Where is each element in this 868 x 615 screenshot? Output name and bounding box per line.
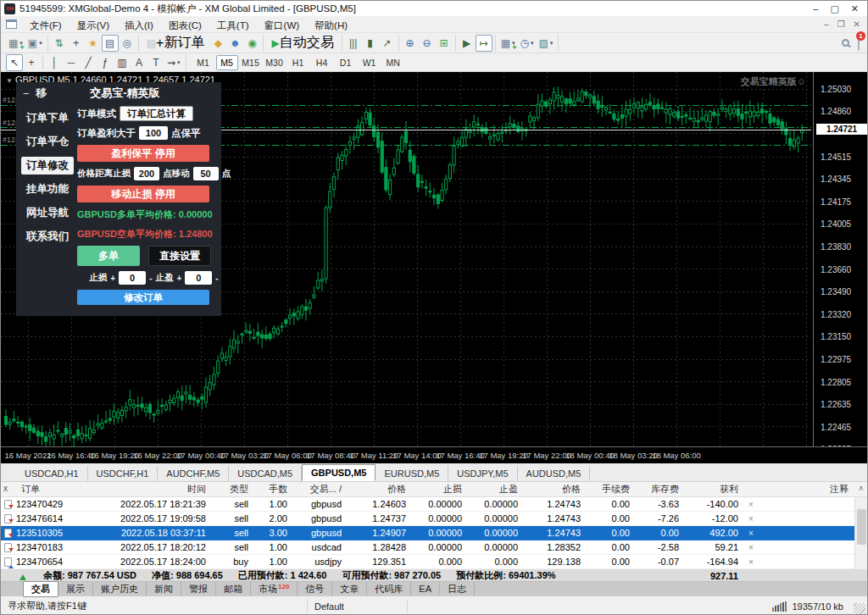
panel-menu-订单平仓[interactable]: 订单平仓: [21, 133, 74, 151]
panel-menu-网址导航[interactable]: 网址导航: [21, 204, 74, 222]
timeframe-h1[interactable]: H1: [287, 55, 309, 70]
chart-area[interactable]: ▼GBPUSD,M5 1.24660 1.24721 1.24657 1.247…: [1, 72, 868, 463]
chart-tab-audusd-m5[interactable]: AUDUSD,M5: [518, 466, 591, 481]
chart-window-icon[interactable]: [6, 19, 17, 29]
direct-settings-button[interactable]: 直接设置: [148, 246, 211, 266]
templates-button[interactable]: ▨▾: [537, 35, 556, 52]
terminal-tab-展示[interactable]: 展示: [58, 582, 93, 596]
order-row[interactable]: 1235103052022.05.18 03:37:11sell3.00gbpu…: [1, 526, 867, 540]
time-axis[interactable]: 16 May 202216 May 16:4016 May 19:2016 Ma…: [1, 446, 868, 463]
close-button[interactable]: ✕: [851, 3, 859, 14]
close-order-icon[interactable]: ×: [743, 514, 759, 524]
market-watch-button[interactable]: ⇅: [51, 35, 68, 52]
data-window-button[interactable]: +: [68, 35, 85, 52]
notifications-button[interactable]: 1: [858, 36, 860, 51]
long-orders-button[interactable]: 多单: [77, 246, 140, 266]
chart-tab-audchf-m5[interactable]: AUDCHF,M5: [158, 466, 229, 481]
minimize-button[interactable]: –: [813, 3, 818, 14]
terminal-tab-新闻[interactable]: 新闻: [147, 582, 181, 596]
chart-tab-usdjpy-m5[interactable]: USDJPY,M5: [448, 466, 517, 481]
sl-minus[interactable]: -: [149, 274, 152, 283]
auto-scroll-button[interactable]: ▶: [459, 35, 476, 52]
profile-selector[interactable]: Default: [308, 600, 408, 613]
panel-minimize-button[interactable]: −: [23, 87, 30, 100]
child-close-button[interactable]: ✕: [854, 19, 860, 29]
chart-tab-eurusd-m5[interactable]: EURUSD,M5: [376, 466, 448, 481]
menu-insert[interactable]: 插入(I): [117, 19, 161, 32]
timeframe-m15[interactable]: M15: [240, 55, 262, 70]
panel-move-handle[interactable]: 移: [36, 86, 47, 101]
chart-candles-button[interactable]: ▮: [362, 35, 379, 52]
timeframe-mn[interactable]: MN: [382, 55, 404, 70]
close-order-icon[interactable]: ×: [743, 500, 759, 509]
chart-tab-usdchf-h1[interactable]: USDCHF,H1: [88, 466, 159, 481]
community-button[interactable]: ◉: [243, 35, 260, 52]
terminal-tab-日志[interactable]: 日志: [440, 582, 475, 596]
tp-minus[interactable]: -: [215, 274, 218, 283]
crosshair-tool[interactable]: +: [23, 54, 40, 71]
zoom-out-button[interactable]: ⊖: [419, 35, 436, 52]
profiles-button[interactable]: ▣▾: [25, 35, 45, 52]
fibonacci-tool[interactable]: ƒ: [97, 54, 114, 71]
menu-charts[interactable]: 图表(C): [161, 19, 209, 32]
terminal-tab-邮箱[interactable]: 邮箱: [216, 582, 251, 596]
profit-greater-input[interactable]: [139, 126, 168, 140]
close-order-icon[interactable]: ×: [743, 529, 759, 538]
metaeditor-button[interactable]: ◆: [209, 35, 226, 52]
label-tool[interactable]: T: [147, 54, 164, 71]
sl-input[interactable]: [119, 271, 146, 285]
timeframe-d1[interactable]: D1: [335, 55, 357, 70]
trail-step-input[interactable]: [193, 167, 219, 180]
timeframe-m30[interactable]: M30: [264, 55, 286, 70]
tile-windows-button[interactable]: ⊞: [436, 35, 453, 52]
terminal-tab-信号[interactable]: 信号: [298, 582, 332, 596]
trail-distance-input[interactable]: [134, 167, 159, 180]
terminal-tab-警报[interactable]: 警报: [181, 582, 216, 596]
timeframe-w1[interactable]: W1: [359, 55, 381, 70]
new-order-button[interactable]: ▤+新订单: [142, 35, 210, 52]
menu-view[interactable]: 显示(V): [70, 19, 117, 32]
timeframe-h4[interactable]: H4: [311, 55, 333, 70]
panel-menu-订单修改[interactable]: 订单修改: [21, 157, 74, 175]
order-row[interactable]: 1234701832022.05.17 18:20:12sell1.00usdc…: [1, 540, 867, 555]
terminal-button[interactable]: ▤: [102, 35, 119, 52]
close-order-icon[interactable]: ×: [743, 543, 759, 552]
navigator-button[interactable]: ★: [85, 35, 102, 52]
chevron-down-icon[interactable]: ▼: [6, 77, 13, 85]
indicators-button[interactable]: ▦+▾: [498, 35, 518, 52]
terminal-tab-市场[interactable]: 市场120: [251, 582, 298, 596]
maximize-button[interactable]: ▢: [830, 3, 838, 14]
trendline-tool[interactable]: ╱: [80, 54, 97, 71]
tp-input[interactable]: [185, 271, 212, 285]
order-summary-calc-button[interactable]: 订单汇总计算: [120, 106, 193, 121]
child-restore-button[interactable]: ❐: [837, 19, 845, 29]
cursor-tool[interactable]: ↖: [6, 54, 23, 71]
order-row[interactable]: 1234706542022.05.17 18:24:00buy1.00usdjp…: [1, 555, 867, 569]
menu-window[interactable]: 窗口(W): [257, 19, 308, 32]
menu-tools[interactable]: 工具(T): [209, 19, 257, 32]
zoom-in-button[interactable]: ⊕: [402, 35, 419, 52]
scrollbar-thumb[interactable]: [857, 509, 866, 545]
terminal-tab-文章[interactable]: 文章: [332, 582, 367, 596]
terminal-close-button[interactable]: x: [3, 484, 8, 493]
trailing-stop-toggle-button[interactable]: 移动止损 停用: [77, 186, 209, 202]
breakeven-toggle-button[interactable]: 盈利保平 停用: [77, 145, 209, 162]
chart-line-button[interactable]: ↗: [379, 35, 396, 52]
order-row[interactable]: 1234704292022.05.17 18:21:39sell1.00gbpu…: [1, 497, 867, 512]
timeframe-m5[interactable]: M5: [216, 55, 238, 70]
new-chart-button[interactable]: ▦+▾: [6, 35, 25, 52]
chart-tab-gbpusd-m5[interactable]: GBPUSD,M5: [302, 464, 376, 481]
menu-help[interactable]: 帮助(H): [307, 19, 355, 32]
order-row[interactable]: 1234766142022.05.17 19:09:58sell2.00gbpu…: [1, 512, 867, 526]
timeframe-m1[interactable]: M1: [192, 55, 214, 70]
terminal-tab-EA[interactable]: EA: [411, 583, 440, 595]
panel-menu-联系我们[interactable]: 联系我们: [21, 228, 74, 246]
strategy-tester-button[interactable]: ◎: [119, 35, 136, 52]
close-order-icon[interactable]: ×: [743, 557, 759, 567]
chart-bars-button[interactable]: |||: [345, 35, 362, 52]
scroll-up-icon[interactable]: ∧: [858, 484, 864, 492]
panel-menu-订单下单[interactable]: 订单下单: [21, 109, 74, 127]
chat-button[interactable]: ☻: [226, 35, 243, 52]
hline-tool[interactable]: ─: [63, 54, 80, 71]
vline-tool[interactable]: │: [46, 54, 63, 71]
